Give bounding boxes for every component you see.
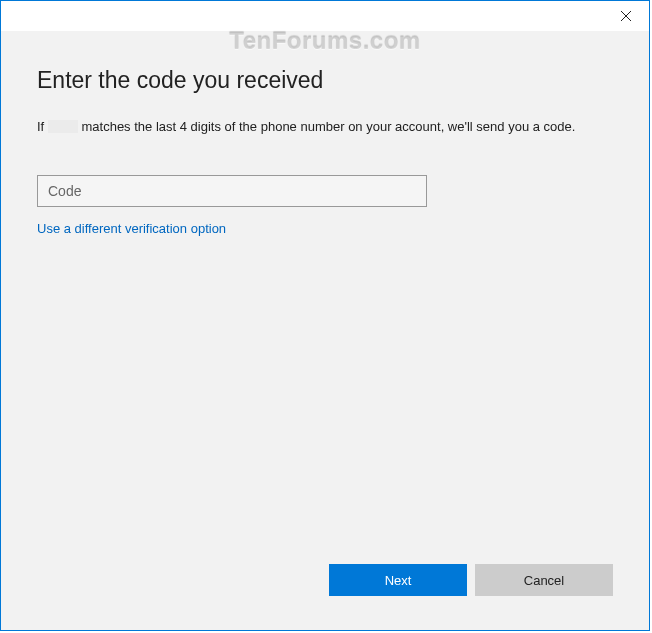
masked-digits — [48, 120, 78, 133]
page-title: Enter the code you received — [37, 67, 613, 94]
cancel-button[interactable]: Cancel — [475, 564, 613, 596]
titlebar — [1, 1, 649, 31]
dialog-window: TenForums.com Enter the code you receive… — [0, 0, 650, 631]
next-button[interactable]: Next — [329, 564, 467, 596]
description-prefix: If — [37, 119, 44, 134]
dialog-footer: Next Cancel — [329, 564, 613, 596]
description-suffix: matches the last 4 digits of the phone n… — [81, 119, 575, 134]
close-button[interactable] — [603, 1, 649, 31]
close-icon — [621, 7, 631, 25]
different-verification-link[interactable]: Use a different verification option — [37, 221, 226, 236]
content-area: Enter the code you received If matches t… — [1, 31, 649, 237]
description-text: If matches the last 4 digits of the phon… — [37, 118, 613, 137]
code-input[interactable] — [37, 175, 427, 207]
